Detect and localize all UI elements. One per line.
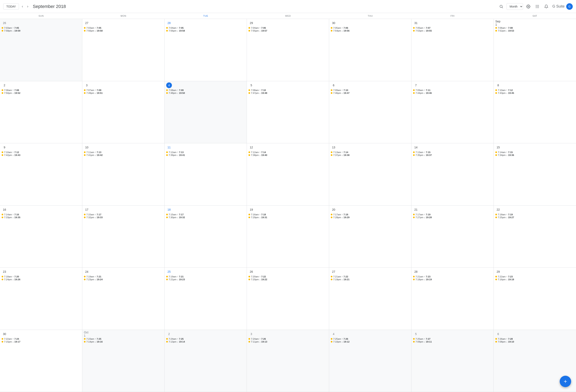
sunset-event[interactable]: 7:55pm ↓ 19:57: [249, 29, 327, 32]
sunrise-event[interactable]: 7:10am ↑ 7:12: [2, 151, 81, 154]
sunset-event[interactable]: 7:27pm ↓ 19:28: [413, 216, 492, 219]
prev-button[interactable]: ‹: [21, 3, 24, 10]
sunrise-event[interactable]: 7:17am ↑ 7:18: [331, 213, 410, 216]
sunrise-event[interactable]: 7:13am ↑ 7:14: [331, 151, 410, 154]
sunset-event[interactable]: 7:54pm ↓ 19:56: [331, 29, 410, 32]
view-select[interactable]: Month Day Week Year: [507, 3, 523, 10]
sunset-event[interactable]: 7:18pm ↓ 19:19: [413, 278, 492, 281]
sunset-event[interactable]: 7:19pm ↓ 19:21: [331, 278, 410, 281]
day-cell[interactable]: 127:12am ↑ 7:147:38pm ↓ 19:40: [247, 143, 329, 205]
day-cell[interactable]: 77:09am ↑ 7:117:44pm ↓ 19:46: [411, 81, 494, 143]
today-button[interactable]: TODAY: [3, 3, 19, 10]
day-cell[interactable]: 97:10am ↑ 7:127:42pm ↓ 19:43: [0, 143, 82, 205]
day-cell[interactable]: 87:10am ↑ 7:127:43pm ↓ 19:45: [494, 81, 576, 143]
sunset-event[interactable]: 7:47pm ↓ 19:48: [249, 92, 327, 94]
sunrise-event[interactable]: 7:23am ↑ 7:25: [84, 338, 163, 340]
day-cell[interactable]: 257:19am ↑ 7:217:21pm ↓ 19:23: [165, 268, 247, 330]
sunrise-event[interactable]: 7:19am ↑ 7:21: [166, 275, 245, 278]
sunrise-event[interactable]: 7:15am ↑ 7:17: [166, 213, 245, 216]
day-cell[interactable]: 277:21am ↑ 7:227:19pm ↓ 19:21: [329, 268, 411, 330]
create-event-button[interactable]: +: [560, 376, 571, 387]
sunrise-event[interactable]: 7:08am ↑ 7:10: [249, 89, 327, 91]
sunset-event[interactable]: 7:43pm ↓ 19:45: [495, 92, 574, 94]
settings-button[interactable]: [525, 3, 532, 10]
day-cell[interactable]: 27:24am ↑ 7:257:13pm ↓ 19:14: [165, 330, 247, 392]
day-cell[interactable]: 177:15am ↑ 7:177:32pm ↓ 19:33: [82, 206, 165, 268]
sunrise-event[interactable]: 7:18am ↑ 7:20: [2, 275, 81, 278]
day-cell[interactable]: 117:12am ↑ 7:137:39pm ↓ 19:41: [165, 143, 247, 205]
day-cell[interactable]: 197:16am ↑ 7:187:29pm ↓ 19:31: [247, 206, 329, 268]
day-cell[interactable]: Sep 17:06am ↑ 7:087:52pm ↓ 19:53: [494, 19, 576, 81]
sunrise-event[interactable]: 7:16am ↑ 7:18: [249, 213, 327, 216]
sunrise-event[interactable]: 7:03am ↑ 7:05: [2, 27, 81, 29]
sunset-event[interactable]: 7:13pm ↓ 19:14: [166, 340, 245, 343]
notifications-button[interactable]: [543, 3, 550, 10]
sunrise-event[interactable]: 7:24am ↑ 7:26: [249, 338, 327, 340]
sunset-event[interactable]: 7:16pm ↓ 19:18: [495, 278, 574, 281]
sunrise-event[interactable]: 7:08am ↑ 7:09: [166, 89, 245, 91]
sunrise-event[interactable]: 7:05am ↑ 7:06: [331, 27, 410, 29]
day-cell[interactable]: 307:05am ↑ 7:067:54pm ↓ 19:56: [329, 19, 411, 81]
sunrise-event[interactable]: 7:05am ↑ 7:07: [413, 27, 492, 29]
sunset-event[interactable]: 7:53pm ↓ 19:55: [413, 29, 492, 32]
sunrise-event[interactable]: 7:12am ↑ 7:13: [166, 151, 245, 154]
day-cell[interactable]: 267:20am ↑ 7:227:20pm ↓ 19:22: [247, 268, 329, 330]
day-cell[interactable]: 57:08am ↑ 7:107:47pm ↓ 19:48: [247, 81, 329, 143]
sunset-event[interactable]: 7:46pm ↓ 19:47: [331, 92, 410, 94]
day-cell[interactable]: 187:15am ↑ 7:177:30pm ↓ 19:32: [165, 206, 247, 268]
sunrise-event[interactable]: 7:06am ↑ 7:08: [2, 89, 81, 91]
day-cell[interactable]: 287:04am ↑ 7:057:56pm ↓ 19:58: [165, 19, 247, 81]
sunrise-event[interactable]: 7:25am ↑ 7:27: [413, 338, 492, 340]
sunrise-event[interactable]: 7:09am ↑ 7:11: [413, 89, 492, 91]
sunrise-event[interactable]: 7:15am ↑ 7:17: [84, 213, 163, 216]
sunset-event[interactable]: 7:23pm ↓ 19:24: [84, 278, 163, 281]
sunrise-event[interactable]: 7:22am ↑ 7:24: [2, 338, 81, 340]
sunrise-event[interactable]: 7:26am ↑ 7:28: [495, 338, 574, 340]
day-cell[interactable]: 247:19am ↑ 7:217:23pm ↓ 19:24: [82, 268, 165, 330]
day-cell[interactable]: 107:11am ↑ 7:137:41pm ↓ 19:42: [82, 143, 165, 205]
sunset-event[interactable]: 7:49pm ↓ 19:51: [84, 92, 163, 94]
day-cell[interactable]: 47:25am ↑ 7:267:10pm ↓ 19:12: [329, 330, 411, 392]
sunrise-event[interactable]: 7:12am ↑ 7:14: [249, 151, 327, 154]
sunset-event[interactable]: 7:09pm ↓ 19:11: [413, 340, 492, 343]
day-cell[interactable]: 47:08am ↑ 7:097:48pm ↓ 19:50: [165, 81, 247, 143]
sunset-event[interactable]: 7:41pm ↓ 19:42: [84, 154, 163, 156]
sunset-event[interactable]: 7:14pm ↓ 19:16: [84, 340, 163, 343]
day-cell[interactable]: 37:24am ↑ 7:267:11pm ↓ 19:13: [247, 330, 329, 392]
day-cell[interactable]: 317:05am ↑ 7:077:53pm ↓ 19:55: [411, 19, 494, 81]
day-cell[interactable]: Oct 17:23am ↑ 7:257:14pm ↓ 19:16: [82, 330, 165, 392]
day-cell[interactable]: 267:03am ↑ 7:057:58pm ↓ 19:59: [0, 19, 82, 81]
sunset-event[interactable]: 7:52pm ↓ 19:53: [495, 29, 574, 32]
sunrise-event[interactable]: 7:04am ↑ 7:06: [249, 27, 327, 29]
day-cell[interactable]: 27:06am ↑ 7:087:50pm ↓ 19:52: [0, 81, 82, 143]
sunset-event[interactable]: 7:34pm ↓ 19:36: [495, 154, 574, 156]
sunrise-event[interactable]: 7:04am ↑ 7:05: [166, 27, 245, 29]
sunrise-event[interactable]: 7:09am ↑ 7:10: [331, 89, 410, 91]
sunset-event[interactable]: 7:20pm ↓ 19:22: [249, 278, 327, 281]
day-cell[interactable]: 167:14am ↑ 7:167:33pm ↓ 19:35: [0, 206, 82, 268]
day-cell[interactable]: 37:07am ↑ 7:097:49pm ↓ 19:51: [82, 81, 165, 143]
sunrise-event[interactable]: 7:03am ↑ 7:05: [84, 27, 163, 29]
sunset-event[interactable]: 7:56pm ↓ 19:58: [166, 29, 245, 32]
day-cell[interactable]: 237:18am ↑ 7:207:24pm ↓ 19:26: [0, 268, 82, 330]
sunset-event[interactable]: 7:42pm ↓ 19:43: [2, 154, 81, 156]
sunrise-event[interactable]: 7:14am ↑ 7:15: [495, 151, 574, 154]
sunset-event[interactable]: 7:15pm ↓ 19:17: [2, 340, 81, 343]
sunrise-event[interactable]: 7:18am ↑ 7:19: [495, 213, 574, 216]
sunset-event[interactable]: 7:30pm ↓ 19:32: [166, 216, 245, 219]
sunset-event[interactable]: 7:56pm ↓ 19:58: [84, 29, 163, 32]
sunset-event[interactable]: 7:10pm ↓ 19:12: [331, 340, 410, 343]
next-button[interactable]: ›: [26, 3, 29, 10]
sunrise-event[interactable]: 7:11am ↑ 7:13: [84, 151, 163, 154]
sunrise-event[interactable]: 7:24am ↑ 7:25: [166, 338, 245, 340]
sunrise-event[interactable]: 7:06am ↑ 7:08: [495, 27, 574, 29]
sunset-event[interactable]: 7:48pm ↓ 19:50: [166, 92, 245, 94]
day-cell[interactable]: 157:14am ↑ 7:157:34pm ↓ 19:36: [494, 143, 576, 205]
sunset-event[interactable]: 7:25pm ↓ 19:27: [495, 216, 574, 219]
sunset-event[interactable]: 7:33pm ↓ 19:35: [2, 216, 81, 219]
sunset-event[interactable]: 7:32pm ↓ 19:33: [84, 216, 163, 219]
day-cell[interactable]: 67:09am ↑ 7:107:46pm ↓ 19:47: [329, 81, 411, 143]
sunrise-event[interactable]: 7:07am ↑ 7:09: [84, 89, 163, 91]
sunset-event[interactable]: 7:58pm ↓ 19:59: [2, 29, 81, 32]
day-cell[interactable]: 227:18am ↑ 7:197:25pm ↓ 19:27: [494, 206, 576, 268]
